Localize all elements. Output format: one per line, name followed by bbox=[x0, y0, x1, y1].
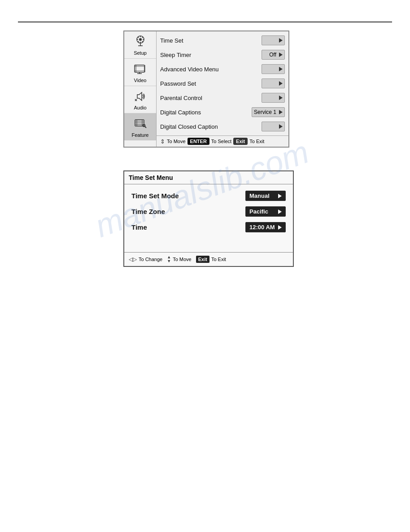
digcaptions-btn-text: Service 1 bbox=[254, 109, 276, 115]
time-btn[interactable]: 12:00 AM bbox=[245, 222, 286, 232]
timeset-menu-box: Time Set Menu Time Set Mode Manual Time … bbox=[123, 170, 294, 267]
sidebar-item-video[interactable]: Video bbox=[124, 59, 156, 86]
timezone-btn-text: Pacific bbox=[249, 208, 268, 215]
digclosed-arrow bbox=[279, 124, 283, 129]
top-divider bbox=[18, 22, 392, 22]
menu2-row-time[interactable]: Time 12:00 AM bbox=[124, 219, 293, 235]
digcaptions-arrow bbox=[279, 110, 283, 114]
menu-row-digcaptions[interactable]: Digital Captions Service 1 bbox=[157, 105, 288, 119]
digclosed-btn[interactable] bbox=[262, 122, 285, 131]
timezone-label: Time Zone bbox=[131, 208, 165, 215]
menu1-exit-action: To Exit bbox=[249, 139, 264, 144]
password-arrow bbox=[279, 81, 283, 86]
video-label: Video bbox=[134, 78, 147, 83]
menu2-exit-action: To Exit bbox=[211, 257, 226, 262]
menu2-row-timezone[interactable]: Time Zone Pacific bbox=[124, 204, 293, 219]
mode-arrow bbox=[278, 194, 282, 198]
menu-row-password[interactable]: Password Set bbox=[157, 76, 288, 91]
timezone-arrow bbox=[278, 209, 282, 214]
lr-change-arrows: ◁▷ bbox=[129, 256, 137, 262]
password-btn[interactable] bbox=[262, 78, 285, 88]
mode-btn-text: Manual bbox=[249, 192, 270, 199]
time-label: Time bbox=[131, 223, 147, 231]
exit-key[interactable]: Exit bbox=[233, 138, 248, 145]
sleeptimer-btn[interactable]: Off bbox=[262, 50, 285, 60]
menu1-content: Time Set Sleep Timer Off Advanced Video … bbox=[157, 31, 288, 135]
audio-label: Audio bbox=[134, 105, 146, 110]
menu-row-parental[interactable]: Parental Control bbox=[157, 91, 288, 105]
menu-row-timeset[interactable]: Time Set bbox=[157, 33, 288, 48]
spacer bbox=[124, 235, 293, 249]
enter-key[interactable]: ENTER bbox=[188, 138, 209, 145]
svg-point-1 bbox=[139, 38, 142, 41]
parental-arrow bbox=[279, 96, 283, 100]
menu1-move-label: To Move bbox=[167, 139, 186, 144]
video-icon bbox=[133, 61, 148, 77]
svg-line-8 bbox=[142, 37, 143, 38]
timeset-label: Time Set bbox=[160, 37, 183, 44]
timeset-btn[interactable] bbox=[262, 35, 285, 45]
menu2-change-label: To Change bbox=[139, 257, 162, 262]
menu2-row-mode[interactable]: Time Set Mode Manual bbox=[124, 188, 293, 204]
menu2-content: Time Set Mode Manual Time Zone Pacific T… bbox=[124, 184, 293, 252]
svg-line-6 bbox=[138, 37, 139, 38]
time-arrow bbox=[278, 225, 282, 230]
svg-line-7 bbox=[142, 41, 143, 42]
parental-label: Parental Control bbox=[160, 95, 202, 101]
svg-marker-19 bbox=[137, 92, 142, 100]
mode-btn[interactable]: Manual bbox=[245, 191, 286, 201]
menu-row-sleeptimer[interactable]: Sleep Timer Off bbox=[157, 48, 288, 62]
svg-line-9 bbox=[138, 41, 139, 42]
setup-label: Setup bbox=[134, 50, 147, 56]
menu-row-digclosed[interactable]: Digital Closed Caption bbox=[157, 119, 288, 134]
advvideo-btn[interactable] bbox=[262, 64, 285, 74]
sleeptimer-label: Sleep Timer bbox=[160, 52, 191, 58]
digcaptions-label: Digital Captions bbox=[160, 109, 201, 116]
sidebar-item-feature[interactable]: Feature bbox=[124, 113, 156, 140]
setup-icon bbox=[133, 34, 148, 49]
password-label: Password Set bbox=[160, 80, 196, 87]
timeset-menu-title: Time Set Menu bbox=[124, 171, 293, 184]
nav-ud-arrows: ⇕ bbox=[160, 138, 165, 145]
digcaptions-btn[interactable]: Service 1 bbox=[252, 107, 285, 117]
audio-icon bbox=[133, 89, 148, 104]
sidebar-item-setup[interactable]: Setup bbox=[124, 31, 156, 59]
menu2-nav-bar: ◁▷ To Change ▲ ▼ To Move Exit To Exit bbox=[124, 252, 293, 266]
menu-row-advvideo[interactable]: Advanced Video Menu bbox=[157, 62, 288, 76]
advvideo-label: Advanced Video Menu bbox=[160, 66, 219, 73]
setup-menu-box: Setup Video bbox=[123, 31, 289, 148]
feature-label: Feature bbox=[132, 132, 149, 138]
sidebar: Setup Video bbox=[124, 31, 157, 147]
mode-label: Time Set Mode bbox=[131, 192, 179, 200]
parental-btn[interactable] bbox=[262, 93, 285, 103]
menu2-exit-key[interactable]: Exit bbox=[196, 256, 209, 263]
sidebar-item-audio[interactable]: Audio bbox=[124, 86, 156, 113]
menu1-select-label: To Select bbox=[211, 139, 231, 144]
menu1-nav-bar: ⇕ To Move ENTER To Select Exit To Exit bbox=[157, 135, 288, 147]
digclosed-label: Digital Closed Caption bbox=[160, 123, 218, 130]
sleeptimer-arrow bbox=[279, 52, 283, 57]
time-btn-text: 12:00 AM bbox=[249, 224, 275, 231]
feature-icon bbox=[133, 116, 148, 131]
advvideo-arrow bbox=[279, 67, 283, 71]
menu2-move-label: To Move bbox=[173, 257, 192, 262]
timeset-arrow bbox=[279, 38, 283, 43]
ud-move-arrows: ▲ ▼ bbox=[167, 255, 171, 263]
sleeptimer-btn-text: Off bbox=[269, 52, 276, 58]
timezone-btn[interactable]: Pacific bbox=[245, 206, 286, 217]
